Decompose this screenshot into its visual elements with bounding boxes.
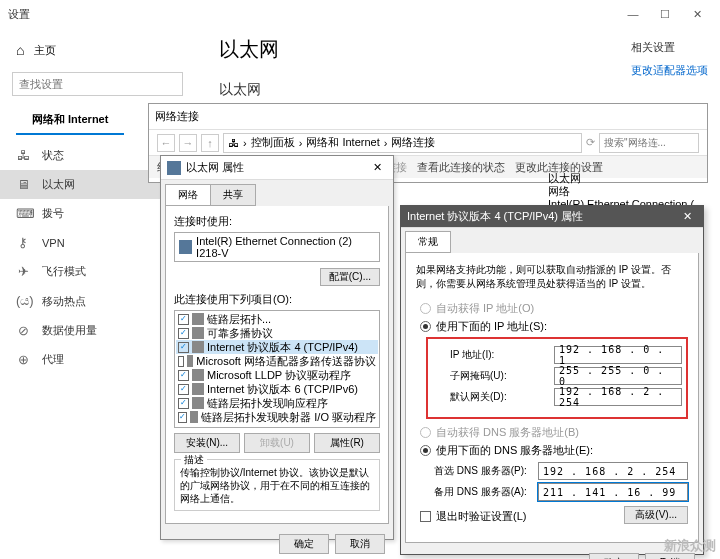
nav-icon: ⊕ [16, 352, 30, 367]
ethernet-properties-dialog: 以太网 属性 ✕ 网络 共享 连接时使用: Intel(R) Ethernet … [160, 155, 394, 540]
dns2-input[interactable]: 211 . 141 . 16 . 99 [538, 483, 688, 501]
protocol-item[interactable]: Microsoft 网络适配器多路传送器协议 [176, 354, 378, 368]
protocol-item[interactable]: ✓Internet 协议版本 4 (TCP/IPv4) [176, 340, 378, 354]
gateway-input[interactable]: 192 . 168 . 2 . 254 [554, 388, 682, 406]
protocol-item[interactable]: ✓链路层拓扑发现响应程序 [176, 396, 378, 410]
checkbox-icon[interactable]: ✓ [178, 342, 189, 353]
tab-general[interactable]: 常规 [405, 231, 451, 253]
dialog-titlebar: Internet 协议版本 4 (TCP/IPv4) 属性 ✕ [401, 206, 703, 228]
adapter-field: Intel(R) Ethernet Connection (2) I218-V [174, 232, 380, 262]
breadcrumb-bar: ← → ↑ 🖧 ›控制面板 ›网络和 Internet ›网络连接 ⟳ [149, 130, 707, 156]
nav-label: 状态 [42, 148, 64, 163]
window-controls: — ☐ ✕ [618, 2, 712, 26]
ip-highlight-box: IP 地址(I):192 . 168 . 0 . 1 子网掩码(U):255 .… [426, 337, 688, 419]
nav-icon: ⚷ [16, 235, 30, 250]
adapter-name: 以太网 [548, 172, 703, 185]
nav-label: VPN [42, 237, 65, 249]
protocol-icon [192, 327, 204, 339]
up-button[interactable]: ↑ [201, 134, 219, 152]
protocol-item[interactable]: ✓链路层拓扑... [176, 312, 378, 326]
protocol-icon [192, 369, 204, 381]
nav-icon: 🖥 [16, 177, 30, 192]
home-button[interactable]: ⌂ 主页 [0, 36, 195, 64]
nav-label: 飞行模式 [42, 264, 86, 279]
ok-button[interactable]: 确定 [279, 534, 329, 554]
close-icon[interactable]: ✕ [682, 2, 712, 26]
app-title: 设置 [8, 7, 618, 22]
close-icon[interactable]: ✕ [367, 161, 387, 174]
nav-label: 数据使用量 [42, 323, 97, 338]
radio-auto-ip[interactable]: 自动获得 IP 地址(O) [420, 301, 688, 316]
checkbox-icon[interactable]: ✓ [178, 370, 189, 381]
connect-using-label: 连接时使用: [174, 214, 380, 229]
checkbox-icon[interactable]: ✓ [178, 314, 189, 325]
search-input[interactable] [12, 72, 183, 96]
description-text: 传输控制协议/Internet 协议。该协议是默认的广域网络协议，用于在不同的相… [180, 466, 374, 505]
titlebar: 网络连接 [149, 104, 707, 130]
nav-icon: (ය) [16, 293, 30, 309]
checkbox-icon[interactable]: ✓ [178, 398, 189, 409]
adapter-net: 网络 [548, 185, 703, 198]
tab-network[interactable]: 网络 [165, 184, 211, 206]
protocol-icon [187, 355, 193, 367]
breadcrumb[interactable]: 🖧 ›控制面板 ›网络和 Internet ›网络连接 [223, 133, 582, 153]
dns1-input[interactable]: 192 . 168 . 2 . 254 [538, 462, 688, 480]
page-subtitle: 以太网 [219, 81, 696, 99]
install-button[interactable]: 安装(N)... [174, 433, 240, 453]
ip-address-input[interactable]: 192 . 168 . 0 . 1 [554, 346, 682, 364]
forward-button[interactable]: → [179, 134, 197, 152]
intro-text: 如果网络支持此功能，则可以获取自动指派的 IP 设置。否则，你需要从网络系统管理… [416, 263, 688, 291]
subnet-mask-input[interactable]: 255 . 255 . 0 . 0 [554, 367, 682, 385]
dialog-title: 以太网 属性 [186, 160, 244, 175]
home-label: 主页 [34, 43, 56, 58]
nav-label: 代理 [42, 352, 64, 367]
dialog-titlebar: 以太网 属性 ✕ [161, 156, 393, 180]
nav-icon: 🖧 [16, 148, 30, 163]
uninstall-button[interactable]: 卸载(U) [244, 433, 310, 453]
page-title: 以太网 [219, 36, 696, 63]
protocol-list[interactable]: ✓链路层拓扑...✓可靠多播协议✓Internet 协议版本 4 (TCP/IP… [174, 310, 380, 428]
checkbox-icon[interactable]: ✓ [178, 384, 189, 395]
cancel-button[interactable]: 取消 [645, 553, 695, 559]
minimize-icon[interactable]: — [618, 2, 648, 26]
ok-button[interactable]: 确定 [589, 553, 639, 559]
related-pane: 相关设置 更改适配器选项 [631, 40, 708, 78]
nav-label: 移动热点 [42, 294, 86, 309]
nav-icon: ⊘ [16, 323, 30, 338]
nav-icon: ⌨ [16, 206, 30, 221]
advanced-button[interactable]: 高级(V)... [624, 506, 688, 524]
maximize-icon[interactable]: ☐ [650, 2, 680, 26]
radio-manual-ip[interactable]: 使用下面的 IP 地址(S): [420, 319, 688, 334]
protocol-icon [192, 397, 204, 409]
radio-manual-dns[interactable]: 使用下面的 DNS 服务器地址(E): [420, 443, 688, 458]
ipv4-properties-dialog: Internet 协议版本 4 (TCP/IPv4) 属性 ✕ 常规 如果网络支… [400, 205, 704, 555]
back-button[interactable]: ← [157, 134, 175, 152]
related-header: 相关设置 [631, 40, 708, 55]
properties-button[interactable]: 属性(R) [314, 433, 380, 453]
checkbox-icon[interactable]: ✓ [178, 328, 189, 339]
protocol-icon [192, 383, 204, 395]
cancel-button[interactable]: 取消 [335, 534, 385, 554]
nav-label: 以太网 [42, 177, 75, 192]
nav-label: 拨号 [42, 206, 64, 221]
checkbox-icon[interactable]: ✓ [178, 412, 187, 423]
protocol-item[interactable]: ✓Microsoft LLDP 协议驱动程序 [176, 368, 378, 382]
protocol-icon [192, 341, 204, 353]
close-icon[interactable]: ✕ [677, 210, 697, 223]
checkbox-icon[interactable] [178, 356, 184, 367]
related-link[interactable]: 更改适配器选项 [631, 63, 708, 78]
protocol-item[interactable]: ✓Internet 协议版本 6 (TCP/IPv6) [176, 382, 378, 396]
protocol-icon [190, 411, 198, 423]
protocol-item[interactable]: ✓可靠多播协议 [176, 326, 378, 340]
home-icon: ⌂ [16, 42, 24, 58]
protocol-icon [192, 313, 204, 325]
window-title: 网络连接 [155, 109, 199, 124]
protocol-item[interactable]: ✓链路层拓扑发现映射器 I/O 驱动程序 [176, 410, 378, 424]
dialog-icon [167, 161, 181, 175]
items-label: 此连接使用下列项目(O): [174, 292, 380, 307]
radio-auto-dns[interactable]: 自动获得 DNS 服务器地址(B) [420, 425, 688, 440]
configure-button[interactable]: 配置(C)... [320, 268, 380, 286]
tab-sharing[interactable]: 共享 [210, 184, 256, 206]
titlebar: 设置 — ☐ ✕ [0, 0, 720, 28]
explorer-search[interactable] [599, 133, 699, 153]
